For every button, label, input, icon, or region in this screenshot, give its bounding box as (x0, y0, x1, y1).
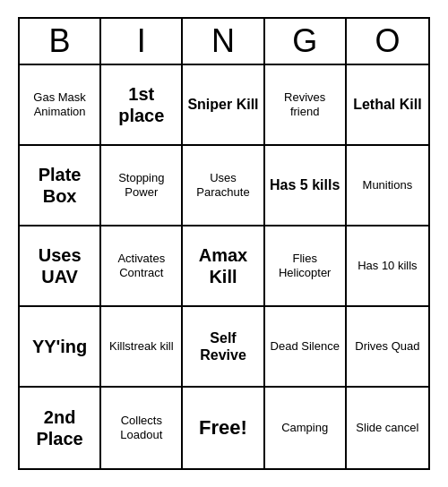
bingo-cell: Munitions (347, 146, 428, 226)
bingo-cell: Has 10 kills (347, 226, 428, 307)
bingo-cell: YY'ing (20, 307, 101, 388)
bingo-cell: Plate Box (20, 146, 101, 226)
header-letter: B (20, 19, 101, 64)
bingo-cell: Free! (183, 388, 264, 468)
bingo-cell: Activates Contract (101, 226, 183, 307)
bingo-cell: Gas Mask Animation (20, 65, 101, 146)
bingo-cell: Amax Kill (183, 226, 264, 307)
bingo-card: BINGO Gas Mask Animation1st placeSniper … (18, 17, 430, 470)
header-letter: N (183, 19, 264, 64)
bingo-cell: Camping (265, 388, 347, 468)
bingo-cell: Lethal Kill (347, 65, 428, 146)
header-letter: G (265, 19, 347, 64)
bingo-cell: Dead Silence (265, 307, 347, 388)
bingo-cell: Uses Parachute (183, 146, 264, 226)
bingo-cell: 1st place (101, 65, 183, 146)
bingo-header: BINGO (20, 19, 428, 65)
bingo-cell: Uses UAV (20, 226, 101, 307)
bingo-cell: Self Revive (183, 307, 264, 388)
header-letter: I (101, 19, 183, 64)
bingo-cell: Killstreak kill (101, 307, 183, 388)
bingo-cell: 2nd Place (20, 388, 101, 468)
header-letter: O (347, 19, 428, 64)
bingo-cell: Slide cancel (347, 388, 428, 468)
bingo-grid: Gas Mask Animation1st placeSniper KillRe… (20, 65, 428, 468)
bingo-cell: Flies Helicopter (265, 226, 347, 307)
bingo-cell: Has 5 kills (265, 146, 347, 226)
bingo-cell: Sniper Kill (183, 65, 264, 146)
bingo-cell: Revives friend (265, 65, 347, 146)
bingo-cell: Stopping Power (101, 146, 183, 226)
bingo-cell: Drives Quad (347, 307, 428, 388)
bingo-cell: Collects Loadout (101, 388, 183, 468)
